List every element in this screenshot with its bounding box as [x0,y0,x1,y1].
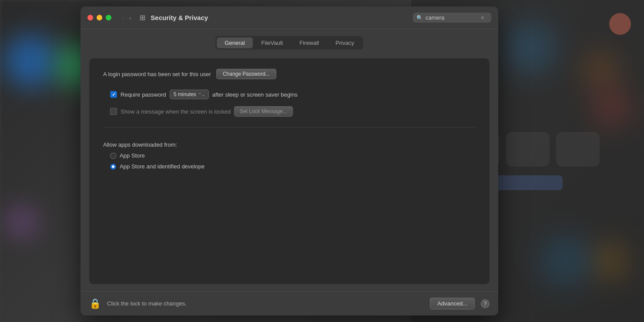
allow-apps-label: Allow apps downloaded from: [103,141,476,148]
right-blue-btn [493,175,563,190]
traffic-lights [87,15,111,20]
click-lock-label: Click the lock to make changes. [107,300,424,307]
tab-filevault[interactable]: FileVault [254,37,291,48]
change-password-button[interactable]: Change Password... [216,69,276,79]
allow-apps-section: Allow apps downloaded from: App Store Ap… [103,141,476,170]
close-button[interactable] [87,15,93,20]
radio-app-store-identified[interactable] [110,164,116,170]
after-sleep-label: after sleep or screen saver begins [212,91,298,98]
set-lock-message-button[interactable]: Set Lock Message... [234,106,293,117]
tab-bar: General FileVault Firewall Privacy [215,36,363,50]
require-password-checkbox[interactable] [110,91,117,98]
back-arrow-icon[interactable]: ‹ [120,13,126,22]
content-area: General FileVault Firewall Privacy A log… [80,29,498,291]
bg-blob-blue [4,35,57,87]
nav-arrows: ‹ › [120,13,133,22]
settings-panel: A login password has been set for this u… [89,58,490,284]
search-input[interactable] [426,14,478,21]
right-blur-box-2 [506,132,550,167]
chevron-up-down-icon: ⌃⌄ [198,92,205,97]
search-bar[interactable]: 🔍 ✕ [413,13,491,23]
tab-privacy[interactable]: Privacy [328,37,362,48]
lock-icon[interactable]: 🔒 [89,298,101,309]
bg-blob-purple [9,209,35,235]
right-blur-box-3 [556,132,600,167]
lock-message-row: Show a message when the screen is locked… [110,106,476,117]
tab-firewall[interactable]: Firewall [292,37,327,48]
radio-app-store-label: App Store [120,152,145,159]
search-icon: 🔍 [416,15,423,21]
radio-app-store-identified-label: App Store and identified develope [120,163,205,170]
grid-icon[interactable]: ⊞ [140,13,145,22]
maximize-button[interactable] [106,15,111,20]
help-button[interactable]: ? [481,299,490,308]
window-title: Security & Privacy [151,14,408,21]
radio-app-store-identified-row: App Store and identified develope [110,163,476,170]
show-message-label: Show a message when the screen is locked [121,108,231,115]
main-window: ‹ › ⊞ Security & Privacy 🔍 ✕ General Fil… [80,7,498,315]
radio-app-store-row: App Store [110,152,476,159]
radio-app-store[interactable] [110,153,116,159]
require-password-row: Require password 5 minutes ⌃⌄ after slee… [110,90,476,99]
right-avatar [609,13,631,35]
time-select-dropdown[interactable]: 5 minutes ⌃⌄ [170,90,209,99]
title-bar: ‹ › ⊞ Security & Privacy 🔍 ✕ [80,7,498,29]
show-message-checkbox[interactable] [110,108,117,115]
time-select-value: 5 minutes [174,91,196,97]
forward-arrow-icon[interactable]: › [127,13,133,22]
password-set-label: A login password has been set for this u… [103,71,211,77]
bottom-bar: 🔒 Click the lock to make changes. Advanc… [80,291,498,315]
require-password-label: Require password [121,91,166,98]
divider [103,127,476,127]
advanced-button[interactable]: Advanced... [430,298,475,309]
tab-general[interactable]: General [217,37,252,48]
minimize-button[interactable] [97,15,102,20]
search-clear-icon[interactable]: ✕ [480,15,485,21]
password-row: A login password has been set for this u… [103,69,476,83]
